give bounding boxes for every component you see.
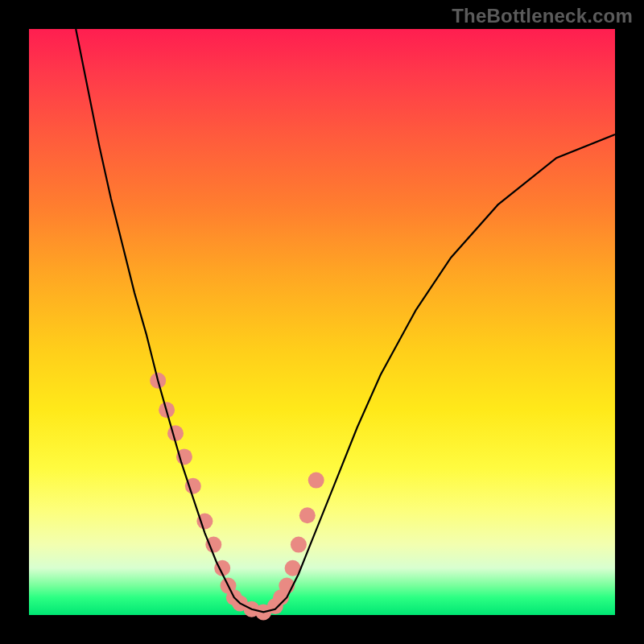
marker-dot [291,537,307,553]
chart-plot-area [29,29,615,615]
chart-frame: TheBottleneck.com [0,0,644,644]
marker-dot [308,473,324,489]
watermark-label: TheBottleneck.com [452,5,633,27]
bottleneck-curve [76,29,615,612]
marker-dot [299,507,316,523]
chart-svg [29,29,615,615]
marker-dots-group [150,373,324,621]
